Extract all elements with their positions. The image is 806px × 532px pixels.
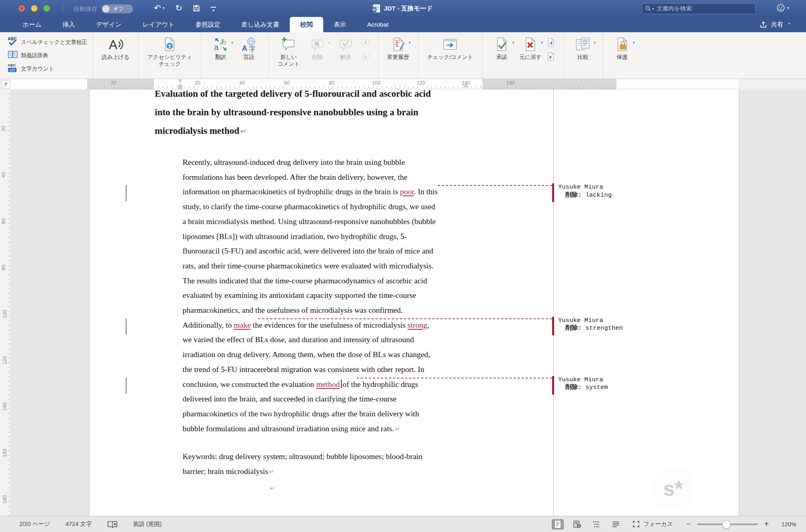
text-run: liposomes [BLs]) with ultrasound irradia… [183, 232, 407, 241]
tab-home[interactable]: ホーム [12, 17, 52, 32]
protect-button[interactable]: ▾保護 [612, 35, 633, 60]
accessibility-check-button[interactable]: アクセシビリティチェック [147, 35, 192, 67]
page-indicator[interactable]: 2/20 ページ [19, 520, 50, 528]
chevron-down-icon: ▾ [513, 41, 515, 45]
word-count-indicator[interactable]: 4724 文字 [65, 520, 91, 528]
outline-icon [592, 521, 600, 528]
outline-view-button[interactable] [590, 519, 602, 530]
compare-button[interactable]: ▾比較 [573, 35, 594, 60]
web-layout-view-button[interactable] [571, 519, 583, 530]
focus-icon [632, 520, 640, 528]
tab-view[interactable]: 表示 [323, 17, 357, 32]
tab-review[interactable]: 校閲 [290, 17, 323, 32]
comment-anchor-bar [552, 317, 554, 335]
word-count-button[interactable]: ABC123文字カウント [8, 63, 54, 75]
ruler-number: 120 [417, 80, 426, 86]
document-page[interactable]: ↵ Evaluation of the targeted delivery of… [89, 89, 739, 516]
track-changes-button[interactable]: ▾変更履歴 [387, 35, 409, 60]
comment-margin-divider [553, 89, 554, 516]
tab-acrobat[interactable]: Acrobat [357, 17, 399, 32]
new-comment-button[interactable]: 新しいコメント [278, 35, 300, 67]
document-body-line: rats, and their time-course pharmacokine… [183, 260, 434, 272]
word-window: 自動保存 オフ ↶▾ ↻ ▾ W JDT - 互換モード ▾ 文書内を検索 ▾ [0, 0, 806, 532]
document-body-line: conclusion, we constructed the evaluatio… [183, 378, 418, 391]
next-comment-button [361, 52, 370, 63]
accept-button[interactable]: ▾承諾 [491, 35, 512, 60]
language-indicator[interactable]: 英語 (英国) [133, 520, 162, 528]
accept-icon: ▾ [494, 35, 509, 54]
document-keywords-line: Keywords: drug delivery system; ultrasou… [183, 451, 422, 463]
share-label: 共有 [771, 21, 783, 29]
ruler-number: 160 [507, 80, 515, 86]
document-keywords-line: barrier; brain microdialysis↵ [183, 466, 274, 478]
zoom-slider[interactable] [697, 524, 758, 525]
ribbon-group: A読み上げる [93, 32, 138, 79]
text-run: a brain microdialysis method. Using ultr… [183, 217, 436, 226]
document-body-line: the trend of 5-FU intracerebral migratio… [183, 364, 424, 376]
read-aloud-button[interactable]: A読み上げる [102, 35, 129, 60]
feedback-button[interactable]: ▾ [777, 4, 789, 12]
chevron-down-icon: ▾ [594, 41, 596, 45]
share-button[interactable]: 共有 ⌃ [759, 17, 791, 32]
text-run: formulations has been developed. After t… [183, 173, 407, 181]
document-body-line: Additionally, to make the evidences for … [183, 319, 429, 331]
accessibility-icon [162, 35, 177, 54]
zoom-out-button[interactable]: − [685, 520, 692, 529]
tab-bar: ホーム挿入デザインレイアウト参照設定差し込み文書校閲表示Acrobat [12, 17, 399, 32]
focus-mode-button[interactable]: フォーカス [632, 520, 673, 528]
first-line-indent-marker[interactable] [178, 79, 183, 83]
svg-text:A: A [109, 37, 118, 52]
text-run: rats, and their time-course pharmacokine… [183, 262, 434, 270]
chevron-down-icon: ▾ [787, 6, 789, 10]
tracked-insertion: strong [407, 321, 427, 329]
zoom-level[interactable]: 120% [775, 521, 796, 528]
tab-layout[interactable]: レイアウト [132, 17, 185, 32]
tracked-change-comment[interactable]: Yusuke Miura削除: system [558, 376, 608, 392]
chevron-down-icon: ▾ [231, 41, 233, 45]
paragraph-mark: ↵ [240, 127, 247, 135]
thesaurus-button[interactable]: 類義語辞典 [8, 50, 48, 61]
text-run: irradiation on drug delivery. Among them… [183, 350, 430, 359]
protect-icon: ▾ [615, 35, 630, 54]
translate-icon: あa▾ [213, 35, 229, 54]
next-change-button[interactable] [546, 52, 556, 63]
tracked-change-comment[interactable]: Yusuke Miura削除: strengthen [558, 317, 623, 332]
tab-design[interactable]: デザイン [85, 17, 132, 32]
chevron-down-icon: ▾ [633, 41, 635, 45]
document-title-line: Evaluation of the targeted delivery of 5… [155, 87, 431, 101]
comment-author: Yusuke Miura [558, 183, 612, 191]
comment-anchor-bar [552, 376, 554, 395]
document-body-line: The results indicated that the time-cour… [183, 275, 427, 287]
prev-change-button[interactable] [546, 37, 556, 49]
search-input[interactable]: ▾ 文書内を検索 [642, 3, 756, 14]
translate-button[interactable]: あa▾翻訳 [210, 35, 231, 60]
tab-mailings[interactable]: 差し込み文書 [231, 17, 290, 32]
resolvecomment-icon [338, 35, 353, 54]
tab-stop-selector[interactable]: ↱ [2, 80, 10, 89]
svg-text:a: a [214, 43, 219, 52]
tab-references[interactable]: 参照設定 [185, 17, 231, 32]
chevron-down-icon: ▾ [652, 7, 654, 11]
comment-action: 削除: [565, 384, 582, 391]
ribbon: ABCスペルチェックと文章校正類義語辞典ABC123文字カウントA読み上げるアク… [0, 32, 806, 79]
share-icon [759, 21, 767, 29]
review-pane-button[interactable]: チェック/コメント [427, 35, 473, 60]
ribbon-nav-stack [361, 37, 370, 63]
ribbon-group: ▾承諾▾元に戻す [482, 32, 563, 79]
zoom-in-button[interactable]: + [763, 520, 770, 529]
search-icon [645, 6, 651, 12]
readaloud-icon: A [108, 35, 123, 54]
tab-insert[interactable]: 挿入 [52, 17, 85, 32]
reject-button[interactable]: ▾元に戻す [519, 35, 542, 60]
tracked-change-comment[interactable]: Yusuke Miura削除: lacking [558, 183, 612, 199]
language-button[interactable]: A字言語 [239, 35, 260, 60]
proofing-status-button[interactable] [107, 520, 118, 529]
draft-view-button[interactable] [610, 519, 622, 530]
zoom-slider-knob[interactable] [722, 520, 731, 529]
ribbon-group: ▾比較 [563, 32, 602, 79]
language-icon: A字 [241, 35, 257, 54]
spelling-grammar-button[interactable]: ABCスペルチェックと文章校正 [8, 36, 87, 48]
comment-author: Yusuke Miura [558, 376, 608, 384]
ribbon-group: 新しいコメント▾削除解決 [268, 32, 378, 79]
print-layout-view-button[interactable] [552, 519, 564, 530]
